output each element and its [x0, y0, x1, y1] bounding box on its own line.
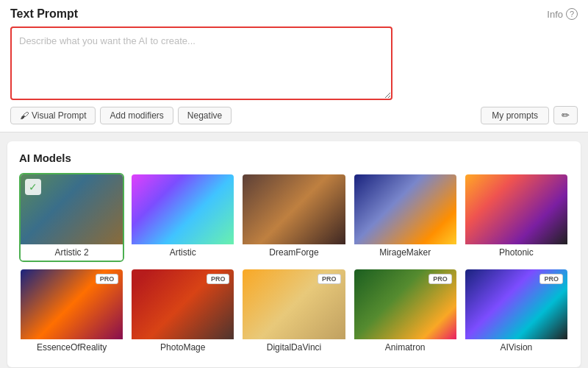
my-prompts-label: My prompts: [492, 110, 538, 121]
model-label-photonic: Photonic: [465, 244, 567, 261]
model-label-artistic: Artistic: [132, 244, 234, 261]
edit-button[interactable]: ✏: [553, 106, 578, 124]
brush-icon: 🖌: [20, 110, 29, 121]
models-title: AI Models: [19, 152, 569, 164]
models-section: AI Models ✓Artistic 2ArtisticDreamForgeM…: [7, 141, 581, 367]
model-card-photomage[interactable]: PROPhotoMage: [130, 268, 235, 357]
pro-badge: PRO: [539, 274, 563, 284]
model-label-miragemaker: MirageMaker: [354, 244, 456, 261]
prompt-textarea[interactable]: [10, 26, 392, 100]
model-label-essenceofreality: EssenceOfReality: [21, 339, 123, 355]
pro-badge: PRO: [318, 274, 341, 284]
add-modifiers-button[interactable]: Add modifiers: [100, 107, 173, 124]
pro-badge: PRO: [207, 274, 230, 284]
model-card-digitaldavinci[interactable]: PRODigitalDaVinci: [241, 268, 346, 357]
pro-badge: PRO: [96, 274, 119, 284]
model-label-digitaldavinci: DigitalDaVinci: [243, 339, 345, 355]
model-label-photomage: PhotoMage: [132, 339, 234, 355]
visual-prompt-label: Visual Prompt: [32, 110, 86, 121]
pro-badge: PRO: [429, 274, 452, 284]
info-label: Info: [547, 9, 563, 20]
top-header: Text Prompt Info ?: [10, 7, 578, 21]
models-grid-row1: ✓Artistic 2ArtisticDreamForgeMirageMaker…: [19, 173, 569, 262]
model-card-photonic[interactable]: Photonic: [464, 173, 569, 262]
selected-check-icon: ✓: [25, 179, 41, 195]
pencil-icon: ✏: [562, 110, 570, 121]
model-card-animatron[interactable]: PROAnimatron: [353, 268, 458, 357]
add-modifiers-label: Add modifiers: [110, 110, 163, 121]
my-prompts-button[interactable]: My prompts: [481, 107, 549, 124]
negative-button[interactable]: Negative: [178, 107, 232, 124]
model-label-animatron: Animatron: [354, 339, 456, 355]
models-grid-row2: PROEssenceOfRealityPROPhotoMagePRODigita…: [19, 268, 569, 357]
visual-prompt-button[interactable]: 🖌 Visual Prompt: [10, 107, 96, 124]
info-link[interactable]: Info ?: [547, 8, 578, 20]
toolbar-right: My prompts ✏: [481, 106, 578, 124]
model-label-dreamforge: DreamForge: [243, 244, 345, 261]
toolbar-left: 🖌 Visual Prompt Add modifiers Negative: [10, 107, 232, 124]
negative-label: Negative: [187, 110, 222, 121]
model-card-dreamforge[interactable]: DreamForge: [241, 173, 346, 262]
info-icon: ?: [566, 8, 578, 20]
model-card-artistic[interactable]: Artistic: [130, 173, 235, 262]
model-label-aivision: AIVision: [465, 339, 567, 355]
section-title: Text Prompt: [10, 7, 78, 21]
model-card-artistic2[interactable]: ✓Artistic 2: [19, 173, 124, 262]
model-label-artistic2: Artistic 2: [21, 244, 123, 261]
toolbar-row: 🖌 Visual Prompt Add modifiers Negative M…: [10, 106, 578, 124]
model-card-essenceofreality[interactable]: PROEssenceOfReality: [19, 268, 124, 357]
top-section: Text Prompt Info ? 🖌 Visual Prompt Add m…: [0, 0, 588, 132]
model-card-miragemaker[interactable]: MirageMaker: [353, 173, 458, 262]
model-card-aivision[interactable]: PROAIVision: [464, 268, 569, 357]
